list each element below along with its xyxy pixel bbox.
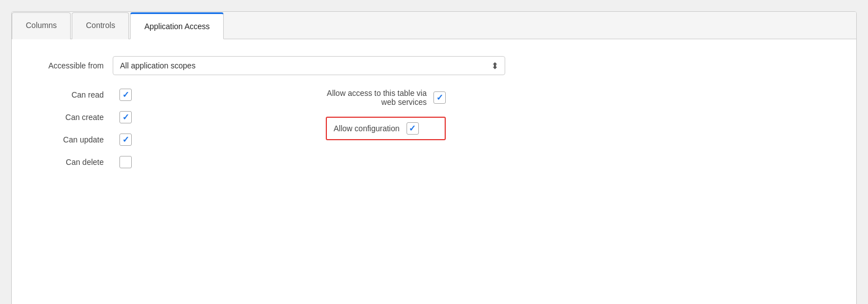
main-container: Columns Controls Application Access Acce… — [11, 11, 857, 304]
accessible-from-select[interactable]: All application scopes This application … — [113, 56, 505, 75]
can-delete-checkbox[interactable] — [119, 156, 132, 168]
accessible-from-label: Accessible from — [34, 61, 113, 70]
right-checkboxes: Allow access to this table via web servi… — [326, 89, 446, 168]
tab-controls[interactable]: Controls — [72, 12, 129, 39]
accessible-from-select-wrapper: All application scopes This application … — [113, 56, 505, 75]
can-create-row: Can create — [34, 111, 214, 123]
tab-bar: Columns Controls Application Access — [12, 12, 856, 39]
can-create-label: Can create — [34, 113, 113, 122]
tab-columns[interactable]: Columns — [12, 12, 71, 39]
allow-configuration-label: Allow configuration — [334, 124, 400, 133]
can-delete-label: Can delete — [34, 158, 113, 167]
allow-web-services-checkbox[interactable] — [433, 91, 446, 104]
can-update-label: Can update — [34, 135, 113, 144]
can-delete-row: Can delete — [34, 156, 214, 168]
allow-configuration-checkbox[interactable] — [407, 122, 419, 135]
can-update-row: Can update — [34, 133, 214, 146]
can-read-label: Can read — [34, 90, 113, 99]
tab-content: Accessible from All application scopes T… — [12, 39, 856, 304]
allow-configuration-row: Allow configuration — [326, 117, 446, 140]
checkboxes-area: Can read Can create Can update Can delet… — [34, 89, 834, 168]
tab-application-access[interactable]: Application Access — [130, 12, 224, 39]
accessible-from-row: Accessible from All application scopes T… — [34, 56, 834, 75]
can-read-checkbox[interactable] — [119, 89, 132, 101]
can-read-row: Can read — [34, 89, 214, 101]
left-checkboxes: Can read Can create Can update Can delet… — [34, 89, 214, 168]
can-create-checkbox[interactable] — [119, 111, 132, 123]
can-update-checkbox[interactable] — [119, 133, 132, 146]
allow-web-services-row: Allow access to this table via web servi… — [326, 89, 446, 107]
allow-web-services-label: Allow access to this table via web servi… — [326, 89, 427, 107]
